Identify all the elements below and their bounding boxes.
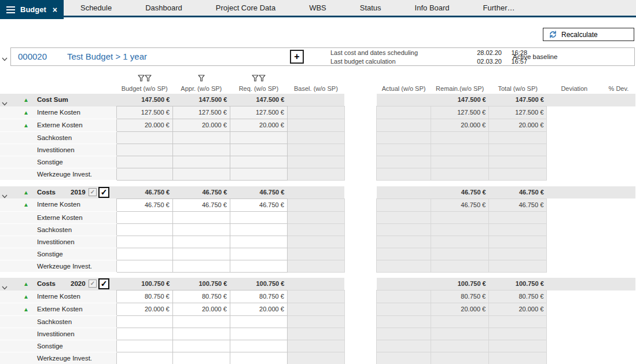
cell-remain: 100.750 € — [431, 278, 489, 291]
row-label: Investitionen — [37, 328, 75, 340]
cell-total — [489, 328, 547, 340]
cell-appr[interactable]: 80.750 € — [172, 291, 230, 303]
cell-budget[interactable] — [116, 211, 172, 223]
cell-budget[interactable]: 80.750 € — [116, 291, 172, 303]
column-header-basel[interactable]: Basel. (w/o SP) — [287, 83, 344, 94]
cell-appr[interactable] — [172, 211, 230, 223]
cell-appr[interactable] — [172, 260, 230, 272]
cell-req[interactable] — [230, 223, 287, 236]
column-header-appr[interactable]: Appr. (w/o SP) — [172, 83, 230, 94]
recalculate-label: Recalculate — [561, 31, 598, 39]
column-header-remain[interactable]: Remain.(w/o SP) — [431, 83, 489, 94]
project-expander-icon[interactable] — [2, 53, 8, 64]
column-header-req[interactable]: Req. (w/o SP) — [230, 83, 287, 94]
cell-appr[interactable] — [172, 340, 230, 352]
cell-basel — [287, 186, 344, 199]
cell-budget: 127.500 € — [116, 106, 172, 119]
cell-budget[interactable] — [116, 352, 172, 364]
cell-total — [489, 132, 547, 144]
funnel-filter-single-icon[interactable] — [198, 76, 205, 83]
row-label: Externe Kosten — [37, 303, 83, 315]
cell-remain — [431, 316, 489, 328]
cell-budget[interactable] — [116, 316, 172, 328]
cell-req[interactable]: 46.750 € — [230, 198, 287, 211]
table-row: ▲Externe Kosten20.000 €20.000 €20.000 €2… — [0, 119, 635, 132]
column-header-actual[interactable]: Actual (w/o SP) — [377, 83, 431, 94]
cell-req[interactable] — [230, 340, 287, 352]
cell-budget[interactable] — [116, 248, 172, 260]
scheduling-info: Last cost and dates scheduling 28.02.20 … — [330, 49, 527, 65]
cell-req[interactable] — [230, 211, 287, 223]
funnel-filter-double-icon[interactable] — [252, 76, 266, 83]
cell-remain — [431, 132, 489, 144]
cell-pdev — [602, 119, 635, 132]
cell-req[interactable] — [230, 328, 287, 340]
cell-appr — [172, 168, 230, 181]
cell-appr[interactable] — [172, 352, 230, 364]
menu-icon[interactable] — [6, 6, 15, 13]
cell-req — [230, 156, 287, 168]
cell-req[interactable] — [230, 236, 287, 248]
row-label-cell: ▲Externe Kosten — [0, 119, 116, 132]
cell-budget[interactable]: 46.750 € — [116, 198, 172, 211]
recalculate-button[interactable]: Recalculate — [543, 28, 634, 41]
cell-req[interactable] — [230, 260, 287, 272]
cell-appr — [172, 132, 230, 144]
tab-status[interactable]: Status — [343, 0, 398, 16]
funnel-filter-double-icon[interactable] — [138, 76, 152, 83]
cell-appr[interactable] — [172, 248, 230, 260]
include-checkbox[interactable]: ✓ — [98, 278, 109, 289]
cell-deviation — [547, 352, 602, 364]
add-button[interactable]: + — [290, 50, 304, 64]
table-row: ▲Interne Kosten46.750 €46.750 €46.750 €4… — [0, 198, 635, 211]
row-label: Interne Kosten — [37, 198, 80, 211]
cell-basel — [287, 156, 344, 168]
row-label: Costs — [37, 186, 56, 198]
cell-budget: 20.000 € — [116, 119, 172, 132]
cell-appr: 20.000 € — [172, 119, 230, 132]
tab-wbs[interactable]: WBS — [292, 0, 343, 16]
cell-appr[interactable] — [172, 223, 230, 236]
cell-deviation — [547, 278, 602, 291]
close-tab-icon[interactable]: × — [53, 5, 57, 14]
tab-schedule[interactable]: Schedule — [64, 0, 128, 16]
cell-req[interactable] — [230, 316, 287, 328]
cell-basel — [287, 260, 344, 272]
cell-actual — [377, 291, 431, 303]
cell-req — [230, 132, 287, 144]
cell-appr[interactable] — [172, 236, 230, 248]
include-checkbox[interactable]: ✓ — [98, 187, 109, 198]
table-row: Investitionen — [0, 144, 635, 156]
tab-project-core-data[interactable]: Project Core Data — [199, 0, 292, 16]
cell-appr[interactable] — [172, 328, 230, 340]
cell-basel — [287, 316, 344, 328]
cell-budget[interactable] — [116, 328, 172, 340]
cell-budget[interactable]: 20.000 € — [116, 303, 172, 316]
cell-req[interactable] — [230, 248, 287, 260]
row-label: Sachkosten — [37, 316, 72, 328]
cell-budget[interactable] — [116, 260, 172, 272]
cell-total: 46.750 € — [489, 198, 547, 211]
cell-appr[interactable]: 20.000 € — [172, 303, 230, 316]
cell-budget[interactable] — [116, 223, 172, 236]
cell-actual — [377, 260, 431, 272]
cell-appr[interactable] — [172, 316, 230, 328]
column-header-budget[interactable]: Budget (w/o SP) — [116, 83, 172, 94]
cell-actual — [377, 236, 431, 248]
cell-req[interactable]: 20.000 € — [230, 303, 287, 316]
cell-req[interactable]: 80.750 € — [230, 291, 287, 303]
cell-budget — [116, 156, 172, 168]
column-header-deviation[interactable]: Deviation — [547, 83, 602, 94]
tab-budget-active[interactable]: Budget × — [0, 0, 64, 19]
column-header-pdev[interactable]: % Dev. — [602, 83, 635, 94]
budget-table: Budget (w/o SP)Appr. (w/o SP)Req. (w/o S… — [0, 69, 635, 364]
tab-dashboard[interactable]: Dashboard — [128, 0, 199, 16]
tab-further[interactable]: Further… — [466, 0, 532, 16]
tab-info-board[interactable]: Info Board — [398, 0, 466, 16]
cell-pdev — [602, 223, 635, 236]
cell-req[interactable] — [230, 352, 287, 364]
cell-budget[interactable] — [116, 236, 172, 248]
cell-budget[interactable] — [116, 340, 172, 352]
column-header-total[interactable]: Total (w/o SP) — [489, 83, 547, 94]
cell-appr[interactable]: 46.750 € — [172, 198, 230, 211]
